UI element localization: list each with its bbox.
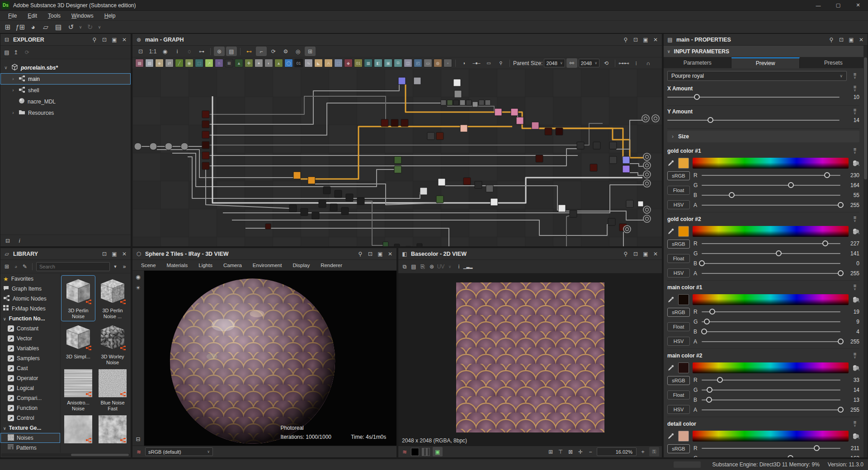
- library-category-graph-items[interactable]: Graph Items: [0, 284, 60, 294]
- node-type-icon-11[interactable]: ✚: [245, 59, 253, 67]
- link-color-icon[interactable]: ⊷: [244, 47, 255, 56]
- new-substance-graph-icon[interactable]: ⊞: [2, 22, 14, 33]
- graph-wire[interactable]: [209, 149, 578, 166]
- graph-wire[interactable]: [630, 173, 643, 175]
- graph-node[interactable]: [453, 100, 459, 105]
- new-folder-icon[interactable]: ⊞: [3, 263, 10, 270]
- graph-node[interactable]: [479, 100, 484, 105]
- color-swatch[interactable]: [678, 362, 689, 373]
- palette-icon[interactable]: ∨: [852, 364, 859, 371]
- mode-button-srgb[interactable]: sRGB: [667, 308, 690, 317]
- graph-node[interactable]: [381, 119, 388, 127]
- graph-node[interactable]: [485, 100, 491, 105]
- graph-wire[interactable]: [539, 128, 643, 158]
- horizontal-scrollbar[interactable]: [1, 453, 130, 456]
- maximize-icon[interactable]: ▣: [111, 250, 118, 258]
- channel-track[interactable]: [702, 448, 840, 449]
- float-icon[interactable]: ⊡: [838, 36, 845, 43]
- graph-node[interactable]: [590, 164, 597, 171]
- node-type-icon-14[interactable]: ▲: [274, 59, 283, 67]
- maximize-icon[interactable]: ▣: [111, 36, 118, 43]
- channel-track[interactable]: [702, 205, 840, 206]
- maximize-button[interactable]: ▢: [828, 0, 848, 10]
- tab-parameters[interactable]: Parameters: [664, 57, 731, 68]
- explorer-item-shell[interactable]: ›shell: [0, 85, 131, 96]
- node-type-icon-28[interactable]: ◰: [414, 59, 422, 67]
- export-icon[interactable]: ↥: [12, 49, 19, 56]
- mode-button-srgb[interactable]: sRGB: [667, 376, 690, 385]
- graph-output-node[interactable]: [643, 162, 651, 169]
- mode-button-hsv[interactable]: HSV: [667, 200, 690, 209]
- node-type-icon-26[interactable]: ⧉: [394, 59, 402, 67]
- node-type-icon-9[interactable]: ⊞: [225, 59, 233, 67]
- channel-track[interactable]: [702, 400, 840, 400]
- color-swatch[interactable]: [678, 158, 689, 169]
- graph-link-icon[interactable]: ⊛: [428, 263, 435, 270]
- channel-track[interactable]: [702, 341, 840, 342]
- channel-handle[interactable]: [814, 445, 820, 451]
- maximize-icon[interactable]: ▣: [377, 250, 384, 258]
- actual-size-icon[interactable]: 1:1: [147, 47, 158, 56]
- float-icon[interactable]: ⊡: [101, 36, 108, 43]
- library-item-3d-perlin-noise----[interactable]: 3D Perlin Noise ...: [96, 276, 129, 321]
- graph-node[interactable]: [491, 198, 498, 206]
- graph-node[interactable]: [436, 132, 443, 140]
- channel-handle[interactable]: [838, 270, 844, 276]
- library-category-control[interactable]: ↗Control: [0, 413, 60, 423]
- library-category-operator[interactable]: ↗Operator: [0, 373, 60, 383]
- graph-node[interactable]: [556, 128, 563, 135]
- library-category-texture-ge---[interactable]: ∨Texture Ge...: [0, 423, 60, 433]
- graph-input-node[interactable]: [181, 143, 188, 150]
- info-icon[interactable]: i: [455, 263, 462, 270]
- library-category-constant[interactable]: ↗Constant: [0, 324, 60, 334]
- link-nodes-icon[interactable]: ⊶⊷: [618, 58, 629, 68]
- slider-track[interactable]: [667, 120, 840, 121]
- channel-track[interactable]: [702, 331, 840, 332]
- parameter-menu-icon[interactable]: ≡∨: [850, 108, 859, 115]
- float-icon[interactable]: ⊡: [632, 36, 639, 43]
- auto-refresh-icon[interactable]: ⟳: [268, 47, 279, 56]
- graph-node[interactable]: [265, 224, 271, 229]
- eyedropper-icon[interactable]: [667, 160, 675, 167]
- mode-button-hsv[interactable]: HSV: [667, 405, 690, 414]
- channel-track[interactable]: [702, 243, 840, 244]
- fit-view-icon[interactable]: ⊠: [567, 448, 574, 456]
- pixel-snap-icon[interactable]: ⊤: [557, 448, 564, 456]
- graph-wire[interactable]: [406, 85, 623, 160]
- channel-track[interactable]: [702, 185, 840, 186]
- channel-track[interactable]: [702, 409, 840, 410]
- channel-handle[interactable]: [717, 377, 723, 383]
- node-type-icon-0[interactable]: ▩: [135, 59, 144, 67]
- graph-node[interactable]: [577, 142, 584, 149]
- view3d-menu-renderer[interactable]: Renderer: [316, 263, 347, 268]
- float-icon[interactable]: ⊡: [632, 250, 639, 258]
- graph-node[interactable]: [460, 125, 467, 132]
- graph-node[interactable]: [202, 111, 209, 118]
- maximize-icon[interactable]: ▣: [848, 36, 855, 43]
- graph-node[interactable]: [202, 131, 209, 138]
- elbow-links-icon[interactable]: ⌐: [256, 47, 267, 56]
- graph-canvas[interactable]: [132, 69, 662, 246]
- library-category-logical[interactable]: ↗Logical: [0, 383, 60, 393]
- node-type-icon-5[interactable]: ◉: [185, 59, 193, 67]
- zoom-in-icon[interactable]: ＋: [639, 448, 646, 456]
- menu-edit[interactable]: Edit: [22, 13, 42, 19]
- graph-node[interactable]: [466, 100, 472, 105]
- library-category-fxmap-nodes[interactable]: FxMap Nodes: [0, 304, 60, 314]
- histogram-icon[interactable]: ▁▃▂: [464, 263, 472, 270]
- palette-icon[interactable]: ∨: [852, 296, 859, 303]
- copy-image-icon[interactable]: ⎘: [419, 263, 426, 270]
- graph-node[interactable]: [346, 194, 353, 201]
- channel-handle[interactable]: [822, 240, 828, 246]
- node-type-icon-2[interactable]: ◈: [155, 59, 164, 67]
- node-type-icon-4[interactable]: ╱: [175, 59, 184, 67]
- color-swatch[interactable]: [678, 294, 689, 305]
- graph-node[interactable]: [532, 122, 539, 129]
- node-type-icon-16[interactable]: 01: [294, 59, 303, 67]
- graph-node[interactable]: [417, 244, 422, 246]
- graph-node[interactable]: [436, 196, 443, 203]
- pin-icon[interactable]: ⚲: [357, 250, 364, 258]
- color-swatch[interactable]: [678, 226, 689, 237]
- node-type-icon-15[interactable]: ◯: [284, 59, 293, 67]
- library-category-patterns[interactable]: Patterns: [0, 443, 60, 453]
